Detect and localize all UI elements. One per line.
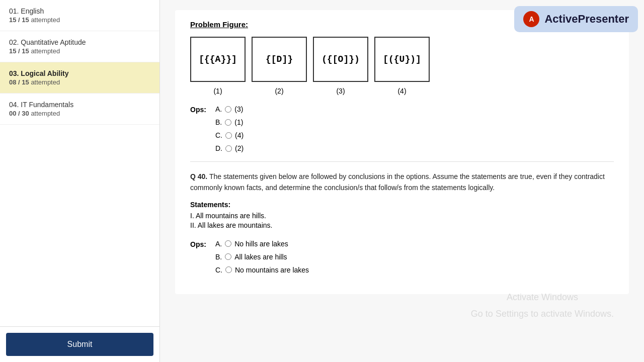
sidebar-item-01[interactable]: 01. English 15 / 15 attempted <box>0 0 159 31</box>
ap-title: ActivePresenter <box>544 13 629 26</box>
ops-option-q39-C: C. (4) <box>215 131 244 139</box>
sidebar-item-03[interactable]: 03. Logical Ability 08 / 15 attempted <box>0 62 159 94</box>
ops-option-q40-A: A. No hills are lakes <box>215 240 309 248</box>
statement-2: II. All lakes are mountains. <box>190 221 614 229</box>
attempted-bold-03: 08 / 15 <box>9 78 29 86</box>
ap-icon: A <box>523 11 539 27</box>
statements-label: Statements: <box>190 201 614 209</box>
ops-row-q40: Ops: A. No hills are lakes B. All lakes … <box>190 240 614 274</box>
fig-box-1: [{{A}}] <box>190 37 246 82</box>
fig-box-3: ({[O]}) <box>313 37 368 82</box>
ops-option-q39-B-id: B. <box>215 118 222 126</box>
ops-option-q39-C-id: C. <box>215 131 222 139</box>
attempted-text-01: attempted <box>29 16 60 24</box>
section-title-02: 02. Quantitative Aptitude <box>9 38 150 46</box>
radio-q39-D[interactable] <box>225 145 232 152</box>
ops-option-q40-A-text: No hills are lakes <box>234 240 288 248</box>
content-area: Problem Figure: [{{A}}] {[D]} ({[O]}) [(… <box>175 10 629 294</box>
sidebar-item-02[interactable]: 02. Quantitative Aptitude 15 / 15 attemp… <box>0 31 159 62</box>
ops-row-q39: Ops: A. (3) B. (1) C. (4) D <box>190 105 614 152</box>
divider <box>190 161 614 162</box>
ops-option-q40-A-id: A. <box>215 240 222 248</box>
ops-option-q40-B-text: All lakes are hills <box>234 253 287 261</box>
question-block-q40: Q 40. The statements given below are fol… <box>190 171 614 274</box>
section-title-01: 01. English <box>9 7 150 15</box>
attempted-bold-01: 15 / 15 <box>9 16 29 24</box>
ops-option-q39-A: A. (3) <box>215 105 244 113</box>
ops-option-q40-C-id: C. <box>215 266 222 274</box>
radio-q39-C[interactable] <box>225 132 232 139</box>
radio-q40-A[interactable] <box>225 240 231 247</box>
ops-label-q39: Ops: <box>190 105 215 114</box>
ops-option-q39-C-text: (4) <box>235 131 244 139</box>
radio-q40-C[interactable] <box>225 266 232 273</box>
ops-option-q39-D: D. (2) <box>215 144 244 152</box>
ops-option-q40-B: B. All lakes are hills <box>215 253 309 261</box>
fig-label-2: (2) <box>252 87 307 95</box>
attempted-text-02: attempted <box>29 47 60 55</box>
ops-option-q39-A-text: (3) <box>234 105 243 113</box>
section-title-03: 03. Logical Ability <box>9 69 150 77</box>
section-attempted-04: 00 / 30 attempted <box>9 110 150 117</box>
main-content: Problem Figure: [{{A}}] {[D]} ({[O]}) [(… <box>160 0 644 362</box>
sidebar-items-container: 01. English 15 / 15 attempted 02. Quanti… <box>0 0 159 125</box>
section-attempted-03: 08 / 15 attempted <box>9 78 150 86</box>
ops-option-q39-B-text: (1) <box>234 118 243 126</box>
q40-num: Q 40. <box>190 172 207 180</box>
radio-q39-B[interactable] <box>225 119 231 126</box>
section-attempted-02: 15 / 15 attempted <box>9 47 150 55</box>
section-title-04: 04. IT Fundamentals <box>9 101 150 109</box>
activepresenter-badge: A ActivePresenter <box>514 6 638 32</box>
fig-box-4: [({U})] <box>374 37 430 82</box>
question-text-q40: Q 40. The statements given below are fol… <box>190 171 614 194</box>
ops-label-q40: Ops: <box>190 240 215 248</box>
submit-btn-container: Submit <box>0 326 159 362</box>
ops-option-q40-B-id: B. <box>215 253 222 261</box>
submit-button[interactable]: Submit <box>6 333 153 356</box>
ops-option-q40-C-text: No mountains are lakes <box>235 266 309 274</box>
ops-options-q40: A. No hills are lakes B. All lakes are h… <box>215 240 309 274</box>
fig-label-1: (1) <box>190 87 246 95</box>
ops-option-q39-D-text: (2) <box>235 144 244 152</box>
statement-1: I. All mountains are hills. <box>190 212 614 220</box>
attempted-text-03: attempted <box>29 78 60 86</box>
q40-body: The statements given below are followed … <box>190 172 605 192</box>
fig-box-2: {[D]} <box>252 37 307 82</box>
ops-option-q39-A-id: A. <box>215 105 222 113</box>
section-attempted-01: 15 / 15 attempted <box>9 16 150 24</box>
sidebar: 01. English 15 / 15 attempted 02. Quanti… <box>0 0 160 362</box>
attempted-bold-04: 00 / 30 <box>9 110 29 117</box>
ops-option-q39-D-id: D. <box>215 144 222 152</box>
ops-options-q39: A. (3) B. (1) C. (4) D. (2) <box>215 105 244 152</box>
attempted-text-04: attempted <box>29 110 60 117</box>
ops-option-q39-B: B. (1) <box>215 118 244 126</box>
figure-boxes: [{{A}}] {[D]} ({[O]}) [({U})] <box>190 37 614 82</box>
attempted-bold-02: 15 / 15 <box>9 47 29 55</box>
radio-q40-B[interactable] <box>225 253 231 260</box>
radio-q39-A[interactable] <box>225 106 231 113</box>
ap-icon-label: A <box>529 15 534 23</box>
fig-label-4: (4) <box>374 87 430 95</box>
ops-option-q40-C: C. No mountains are lakes <box>215 266 309 274</box>
fig-label-3: (3) <box>313 87 368 95</box>
fig-labels: (1) (2) (3) (4) <box>190 87 614 95</box>
sidebar-item-04[interactable]: 04. IT Fundamentals 00 / 30 attempted <box>0 94 159 125</box>
